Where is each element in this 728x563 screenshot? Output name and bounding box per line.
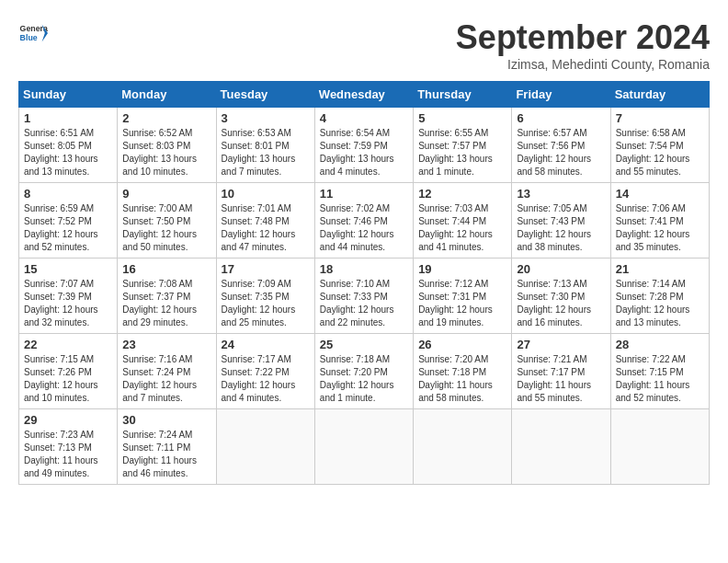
calendar-day-16: 16Sunrise: 7:08 AM Sunset: 7:37 PM Dayli… bbox=[118, 259, 216, 334]
day-number: 7 bbox=[616, 111, 704, 125]
day-info: Sunrise: 7:24 AM Sunset: 7:11 PM Dayligh… bbox=[122, 429, 210, 480]
day-info: Sunrise: 7:23 AM Sunset: 7:13 PM Dayligh… bbox=[24, 429, 112, 480]
day-info: Sunrise: 7:22 AM Sunset: 7:15 PM Dayligh… bbox=[616, 353, 704, 405]
weekday-friday: Friday bbox=[512, 82, 610, 108]
day-number: 22 bbox=[24, 338, 112, 351]
calendar-day-15: 15Sunrise: 7:07 AM Sunset: 7:39 PM Dayli… bbox=[19, 259, 118, 334]
day-info: Sunrise: 6:55 AM Sunset: 7:57 PM Dayligh… bbox=[418, 127, 506, 178]
calendar-empty bbox=[216, 409, 314, 485]
day-info: Sunrise: 6:51 AM Sunset: 8:05 PM Dayligh… bbox=[24, 127, 112, 178]
day-number: 21 bbox=[616, 262, 704, 276]
calendar-empty bbox=[512, 409, 610, 485]
day-number: 17 bbox=[222, 262, 310, 276]
calendar-week-4: 22Sunrise: 7:15 AM Sunset: 7:26 PM Dayli… bbox=[19, 334, 710, 409]
day-info: Sunrise: 7:17 AM Sunset: 7:22 PM Dayligh… bbox=[222, 353, 310, 405]
day-number: 20 bbox=[517, 262, 605, 276]
day-number: 26 bbox=[418, 338, 506, 351]
day-info: Sunrise: 7:14 AM Sunset: 7:28 PM Dayligh… bbox=[616, 278, 704, 329]
day-info: Sunrise: 6:59 AM Sunset: 7:52 PM Dayligh… bbox=[24, 202, 112, 254]
calendar-table: SundayMondayTuesdayWednesdayThursdayFrid… bbox=[18, 81, 710, 485]
location: Izimsa, Mehedinti County, Romania bbox=[456, 57, 710, 72]
day-number: 12 bbox=[418, 187, 506, 201]
day-number: 8 bbox=[24, 187, 112, 201]
calendar-day-2: 2Sunrise: 6:52 AM Sunset: 8:03 PM Daylig… bbox=[118, 108, 216, 183]
weekday-saturday: Saturday bbox=[610, 82, 709, 108]
day-number: 24 bbox=[222, 338, 310, 351]
day-info: Sunrise: 7:16 AM Sunset: 7:24 PM Dayligh… bbox=[122, 353, 210, 405]
day-info: Sunrise: 6:58 AM Sunset: 7:54 PM Dayligh… bbox=[616, 127, 704, 178]
title-section: September 2024 Izimsa, Mehedinti County,… bbox=[456, 18, 710, 72]
day-number: 18 bbox=[320, 262, 408, 276]
weekday-thursday: Thursday bbox=[414, 82, 512, 108]
day-info: Sunrise: 7:03 AM Sunset: 7:44 PM Dayligh… bbox=[418, 202, 506, 254]
calendar-day-4: 4Sunrise: 6:54 AM Sunset: 7:59 PM Daylig… bbox=[314, 108, 413, 183]
calendar-day-9: 9Sunrise: 7:00 AM Sunset: 7:50 PM Daylig… bbox=[118, 183, 216, 259]
day-info: Sunrise: 7:20 AM Sunset: 7:18 PM Dayligh… bbox=[418, 353, 506, 405]
calendar-day-30: 30Sunrise: 7:24 AM Sunset: 7:11 PM Dayli… bbox=[118, 409, 216, 485]
day-number: 2 bbox=[122, 111, 210, 125]
calendar-day-10: 10Sunrise: 7:01 AM Sunset: 7:48 PM Dayli… bbox=[216, 183, 314, 259]
day-number: 15 bbox=[24, 262, 112, 276]
calendar-day-27: 27Sunrise: 7:21 AM Sunset: 7:17 PM Dayli… bbox=[512, 334, 610, 409]
svg-text:Blue: Blue bbox=[20, 33, 38, 42]
day-info: Sunrise: 7:05 AM Sunset: 7:43 PM Dayligh… bbox=[517, 202, 605, 254]
calendar-day-21: 21Sunrise: 7:14 AM Sunset: 7:28 PM Dayli… bbox=[610, 259, 709, 334]
logo: General Blue bbox=[18, 18, 48, 48]
calendar-day-3: 3Sunrise: 6:53 AM Sunset: 8:01 PM Daylig… bbox=[216, 108, 314, 183]
calendar-day-24: 24Sunrise: 7:17 AM Sunset: 7:22 PM Dayli… bbox=[216, 334, 314, 409]
calendar-day-13: 13Sunrise: 7:05 AM Sunset: 7:43 PM Dayli… bbox=[512, 183, 610, 259]
calendar-day-26: 26Sunrise: 7:20 AM Sunset: 7:18 PM Dayli… bbox=[414, 334, 512, 409]
calendar-day-17: 17Sunrise: 7:09 AM Sunset: 7:35 PM Dayli… bbox=[216, 259, 314, 334]
day-info: Sunrise: 6:54 AM Sunset: 7:59 PM Dayligh… bbox=[320, 127, 408, 178]
day-info: Sunrise: 7:08 AM Sunset: 7:37 PM Dayligh… bbox=[122, 278, 210, 329]
calendar-day-5: 5Sunrise: 6:55 AM Sunset: 7:57 PM Daylig… bbox=[414, 108, 512, 183]
calendar-day-11: 11Sunrise: 7:02 AM Sunset: 7:46 PM Dayli… bbox=[314, 183, 413, 259]
day-number: 10 bbox=[222, 187, 310, 201]
day-info: Sunrise: 7:21 AM Sunset: 7:17 PM Dayligh… bbox=[517, 353, 605, 405]
day-number: 3 bbox=[222, 111, 310, 125]
calendar-day-8: 8Sunrise: 6:59 AM Sunset: 7:52 PM Daylig… bbox=[19, 183, 118, 259]
calendar-day-18: 18Sunrise: 7:10 AM Sunset: 7:33 PM Dayli… bbox=[314, 259, 413, 334]
calendar-empty bbox=[610, 409, 709, 485]
day-info: Sunrise: 6:52 AM Sunset: 8:03 PM Dayligh… bbox=[122, 127, 210, 178]
calendar-day-7: 7Sunrise: 6:58 AM Sunset: 7:54 PM Daylig… bbox=[610, 108, 709, 183]
weekday-monday: Monday bbox=[118, 82, 216, 108]
calendar-day-25: 25Sunrise: 7:18 AM Sunset: 7:20 PM Dayli… bbox=[314, 334, 413, 409]
calendar-week-1: 1Sunrise: 6:51 AM Sunset: 8:05 PM Daylig… bbox=[19, 108, 710, 183]
weekday-header-row: SundayMondayTuesdayWednesdayThursdayFrid… bbox=[19, 82, 710, 108]
day-info: Sunrise: 6:57 AM Sunset: 7:56 PM Dayligh… bbox=[517, 127, 605, 178]
calendar-day-22: 22Sunrise: 7:15 AM Sunset: 7:26 PM Dayli… bbox=[19, 334, 118, 409]
calendar-day-19: 19Sunrise: 7:12 AM Sunset: 7:31 PM Dayli… bbox=[414, 259, 512, 334]
day-number: 4 bbox=[320, 111, 408, 125]
calendar-day-1: 1Sunrise: 6:51 AM Sunset: 8:05 PM Daylig… bbox=[19, 108, 118, 183]
day-info: Sunrise: 7:18 AM Sunset: 7:20 PM Dayligh… bbox=[320, 353, 408, 405]
day-number: 27 bbox=[517, 338, 605, 351]
calendar-day-14: 14Sunrise: 7:06 AM Sunset: 7:41 PM Dayli… bbox=[610, 183, 709, 259]
day-number: 23 bbox=[122, 338, 210, 351]
day-info: Sunrise: 7:00 AM Sunset: 7:50 PM Dayligh… bbox=[122, 202, 210, 254]
month-title: September 2024 bbox=[456, 18, 710, 57]
day-number: 11 bbox=[320, 187, 408, 201]
day-number: 29 bbox=[24, 413, 112, 427]
day-number: 6 bbox=[517, 111, 605, 125]
day-info: Sunrise: 7:02 AM Sunset: 7:46 PM Dayligh… bbox=[320, 202, 408, 254]
calendar-day-20: 20Sunrise: 7:13 AM Sunset: 7:30 PM Dayli… bbox=[512, 259, 610, 334]
day-number: 14 bbox=[616, 187, 704, 201]
calendar-day-28: 28Sunrise: 7:22 AM Sunset: 7:15 PM Dayli… bbox=[610, 334, 709, 409]
day-number: 28 bbox=[616, 338, 704, 351]
day-info: Sunrise: 7:13 AM Sunset: 7:30 PM Dayligh… bbox=[517, 278, 605, 329]
day-number: 1 bbox=[24, 111, 112, 125]
day-number: 19 bbox=[418, 262, 506, 276]
calendar-week-2: 8Sunrise: 6:59 AM Sunset: 7:52 PM Daylig… bbox=[19, 183, 710, 259]
day-number: 25 bbox=[320, 338, 408, 351]
day-number: 30 bbox=[122, 413, 210, 427]
calendar-body: 1Sunrise: 6:51 AM Sunset: 8:05 PM Daylig… bbox=[19, 108, 710, 485]
day-info: Sunrise: 7:06 AM Sunset: 7:41 PM Dayligh… bbox=[616, 202, 704, 254]
day-info: Sunrise: 7:07 AM Sunset: 7:39 PM Dayligh… bbox=[24, 278, 112, 329]
weekday-sunday: Sunday bbox=[19, 82, 118, 108]
day-info: Sunrise: 7:01 AM Sunset: 7:48 PM Dayligh… bbox=[222, 202, 310, 254]
calendar-week-5: 29Sunrise: 7:23 AM Sunset: 7:13 PM Dayli… bbox=[19, 409, 710, 485]
day-info: Sunrise: 7:09 AM Sunset: 7:35 PM Dayligh… bbox=[222, 278, 310, 329]
day-number: 16 bbox=[122, 262, 210, 276]
calendar-week-3: 15Sunrise: 7:07 AM Sunset: 7:39 PM Dayli… bbox=[19, 259, 710, 334]
